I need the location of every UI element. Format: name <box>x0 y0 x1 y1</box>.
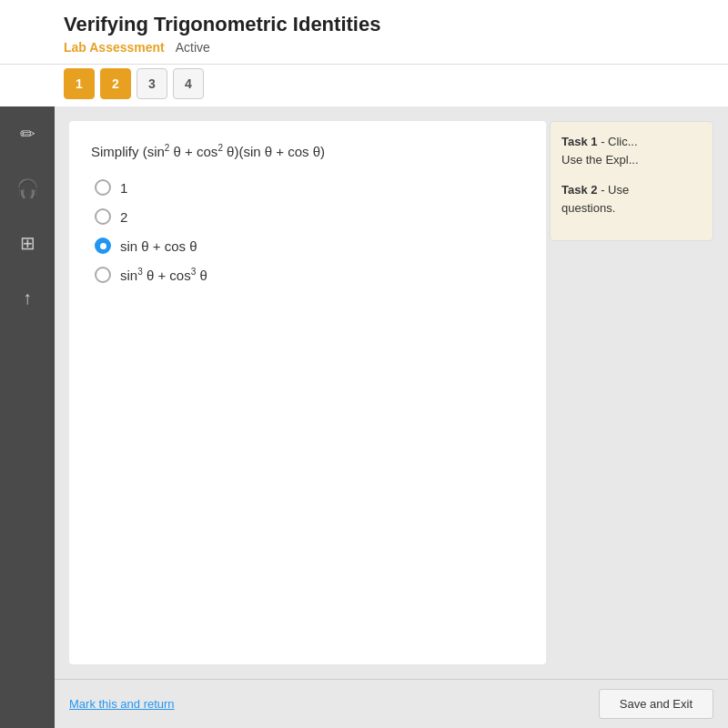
task-1-item: Task 1 - Clic...Use the Expl... <box>561 133 702 168</box>
tab-bar: 1 2 3 4 <box>0 65 728 106</box>
option-4-label: sin3 θ + cos3 θ <box>120 267 207 283</box>
radio-3[interactable] <box>95 238 111 254</box>
tab-4[interactable]: 4 <box>173 68 204 99</box>
active-status-badge: Active <box>176 40 210 55</box>
task-1-label: Task 1 <box>561 135 598 148</box>
page-title: Verifying Trigonometric Identities <box>64 13 710 36</box>
tab-2[interactable]: 2 <box>100 68 131 99</box>
save-exit-button[interactable]: Save and Exit <box>599 689 713 719</box>
calculator-icon[interactable]: ⊞ <box>9 225 46 261</box>
upload-icon[interactable]: ↑ <box>9 279 46 316</box>
option-2-label: 2 <box>120 209 127 225</box>
option-3-label: sin θ + cos θ <box>120 238 197 254</box>
answer-options: 1 2 sin θ + cos θ sin3 θ + cos3 θ <box>95 179 524 283</box>
radio-2[interactable] <box>95 208 111 225</box>
task-2-label: Task 2 <box>561 183 598 197</box>
tab-1[interactable]: 1 <box>64 68 95 99</box>
content-area: Simplify (sin2 θ + cos2 θ)(sin θ + cos θ… <box>55 106 728 728</box>
task-panel: Task 1 - Clic...Use the Expl... Task 2 -… <box>550 121 713 241</box>
question-panel: Simplify (sin2 θ + cos2 θ)(sin θ + cos θ… <box>69 121 546 664</box>
mark-return-link[interactable]: Mark this and return <box>69 697 175 711</box>
sidebar: ✏ 🎧 ⊞ ↑ <box>0 106 55 728</box>
headphones-icon[interactable]: 🎧 <box>9 170 46 207</box>
task-2-item: Task 2 - Usequestions. <box>561 181 702 217</box>
footer: Mark this and return Save and Exit <box>55 679 728 728</box>
option-3[interactable]: sin θ + cos θ <box>95 238 524 254</box>
lab-assessment-label: Lab Assessment <box>64 40 165 55</box>
option-1[interactable]: 1 <box>95 179 524 196</box>
radio-1[interactable] <box>95 179 111 196</box>
radio-4[interactable] <box>95 267 111 283</box>
option-1-label: 1 <box>120 180 127 196</box>
pencil-icon[interactable]: ✏ <box>9 116 46 152</box>
tab-3[interactable]: 3 <box>136 68 167 99</box>
option-2[interactable]: 2 <box>95 208 524 225</box>
question-text: Simplify (sin2 θ + cos2 θ)(sin θ + cos θ… <box>91 143 524 159</box>
option-4[interactable]: sin3 θ + cos3 θ <box>95 267 524 283</box>
